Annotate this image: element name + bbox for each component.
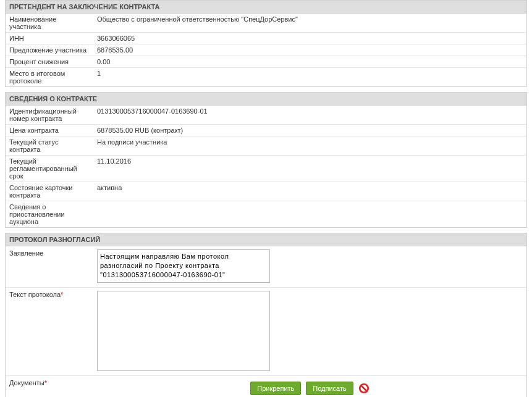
row-status: Текущий статус контракта На подписи учас… [6,136,526,156]
protocol-panel: ПРОТОКОЛ РАЗНОГЛАСИЙ Заявление Текст про… [5,233,527,397]
applicant-header: ПРЕТЕНДЕНТ НА ЗАКЛЮЧЕНИЕ КОНТРАКТА [6,1,526,14]
label-protocol-text: Текст протокола* [6,291,93,298]
label-card-state: Состояние карточки контракта [6,182,93,201]
value-contract-id: 0131300053716000047-0163690-01 [93,106,526,124]
documents-label-text: Документы [9,379,44,387]
row-offer: Предложение участника 6878535.00 [6,44,526,56]
applicant-panel: ПРЕТЕНДЕНТ НА ЗАКЛЮЧЕНИЕ КОНТРАКТА Наиме… [5,0,527,87]
row-inn: ИНН 3663066065 [6,33,526,44]
forbidden-icon[interactable] [358,383,369,394]
row-documents: Документы* Прикрепить Подписать [6,376,526,397]
attach-button[interactable]: Прикрепить [250,382,301,395]
value-status: На подписи участника [93,136,526,155]
row-card-state: Состояние карточки контракта активна [6,182,526,201]
row-applicant-name: Наименование участника Общество с ограни… [6,14,526,33]
statement-textarea[interactable] [97,249,270,283]
label-deadline: Текущий регламентированный срок [6,156,93,182]
row-statement: Заявление [6,246,526,288]
svg-line-1 [361,386,366,391]
value-price: 6878535.00 RUB (контракт) [93,125,526,136]
contract-header: СВЕДЕНИЯ О КОНТРАКТЕ [6,93,526,106]
sign-button[interactable]: Подписать [306,382,353,395]
value-suspension [93,201,526,227]
row-suspension: Сведения о приостановлении аукциона [6,201,526,227]
protocol-text-label-text: Текст протокола [9,291,61,298]
value-applicant-name: Общество с ограниченной ответственностью… [93,14,526,32]
required-asterisk: * [44,379,47,387]
row-rank: Место в итоговом протоколе 1 [6,68,526,86]
label-suspension: Сведения о приостановлении аукциона [6,201,93,227]
label-documents: Документы* [6,379,93,387]
row-reduction: Процент снижения 0.00 [6,56,526,68]
value-deadline: 11.10.2016 [93,156,526,182]
label-offer: Предложение участника [6,44,93,56]
label-status: Текущий статус контракта [6,136,93,155]
label-statement: Заявление [6,249,93,257]
label-reduction: Процент снижения [6,56,93,67]
required-asterisk: * [61,291,63,298]
value-reduction: 0.00 [93,56,526,67]
protocol-header: ПРОТОКОЛ РАЗНОГЛАСИЙ [6,233,526,246]
row-contract-id: Идентификационный номер контракта 013130… [6,106,526,125]
label-inn: ИНН [6,33,93,44]
row-protocol-text: Текст протокола* [6,288,526,376]
row-deadline: Текущий регламентированный срок 11.10.20… [6,156,526,182]
label-price: Цена контракта [6,125,93,136]
value-rank: 1 [93,68,526,86]
row-price: Цена контракта 6878535.00 RUB (контракт) [6,125,526,136]
label-rank: Место в итоговом протоколе [6,68,93,86]
value-card-state: активна [93,182,526,201]
value-inn: 3663066065 [93,33,526,44]
label-contract-id: Идентификационный номер контракта [6,106,93,124]
value-offer: 6878535.00 [93,44,526,56]
label-applicant-name: Наименование участника [6,14,93,32]
protocol-text-textarea[interactable] [97,291,270,371]
contract-panel: СВЕДЕНИЯ О КОНТРАКТЕ Идентификационный н… [5,92,527,228]
